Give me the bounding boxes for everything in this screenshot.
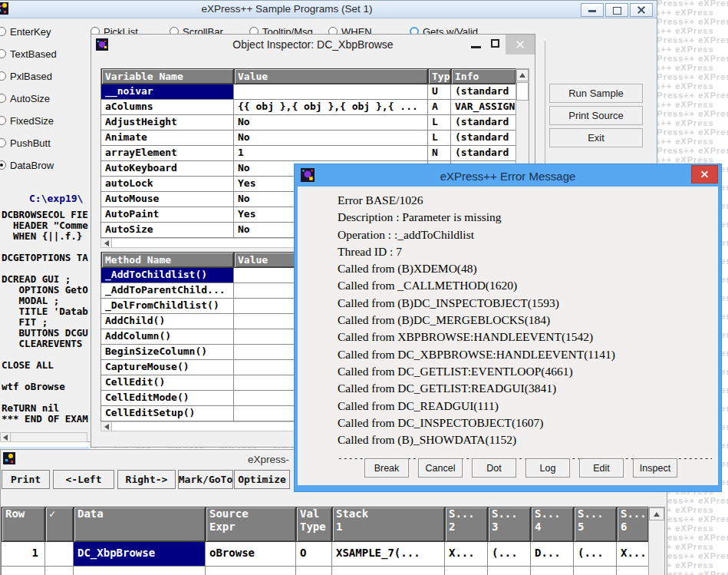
break-button[interactable]: Break xyxy=(364,458,409,478)
watch-cell[interactable] xyxy=(74,567,206,575)
cancel-button[interactable]: Cancel xyxy=(418,458,463,478)
dot-button[interactable]: Dot xyxy=(472,458,516,478)
right-button[interactable]: Right-> xyxy=(117,470,176,489)
method-name-cell[interactable]: _DelFromChildlist() xyxy=(101,299,234,314)
error-dialog-titlebar[interactable]: eXPress++ Error Message xyxy=(295,164,721,187)
scroll-left-button[interactable] xyxy=(101,422,112,431)
minimize-button[interactable] xyxy=(471,46,481,48)
variable-type-cell[interactable]: L xyxy=(428,115,451,131)
minimize-button[interactable] xyxy=(581,3,604,17)
watch-table-scrollbar[interactable] xyxy=(648,507,665,575)
watch-cell[interactable]: oBrowse xyxy=(206,542,296,567)
watch-cell[interactable] xyxy=(45,542,74,567)
watch-cell[interactable] xyxy=(45,567,74,575)
watch-cell[interactable]: (... xyxy=(574,542,617,567)
watch-cell[interactable] xyxy=(574,567,617,575)
watch-cell[interactable] xyxy=(488,567,531,575)
variable-name-cell[interactable]: AutoPaint xyxy=(101,207,234,223)
code-horizontal-scrollbar[interactable] xyxy=(0,432,87,442)
watch-cell[interactable]: X... xyxy=(445,542,488,567)
run-sample-button[interactable]: Run Sample xyxy=(549,84,643,103)
scrollbar-thumb[interactable] xyxy=(516,82,529,101)
column-header: Variable Name xyxy=(101,68,234,84)
variable-info-cell[interactable]: (standard xyxy=(451,115,516,131)
mark-goto-button[interactable]: Mark/GoTo xyxy=(178,470,233,489)
variable-name-cell[interactable]: aColumns xyxy=(101,100,234,115)
scroll-left-button[interactable] xyxy=(1,433,11,441)
variable-value-cell[interactable]: 1 xyxy=(234,146,428,161)
watch-cell[interactable] xyxy=(617,567,649,575)
close-button[interactable] xyxy=(691,165,718,183)
watch-cell[interactable] xyxy=(332,567,445,575)
variable-type-cell[interactable]: U xyxy=(428,84,451,100)
watch-cell[interactable] xyxy=(445,567,488,575)
maximize-button[interactable] xyxy=(605,3,628,17)
method-name-cell[interactable]: CellEditSetup() xyxy=(101,406,234,421)
watch-cell[interactable]: X... xyxy=(617,542,649,567)
method-name-cell[interactable]: _AddToChildlist() xyxy=(101,268,234,283)
watch-cell[interactable]: O xyxy=(296,542,332,567)
method-name-cell[interactable]: CaptureMouse() xyxy=(101,360,234,375)
variable-type-cell[interactable]: N xyxy=(428,146,451,161)
print-button[interactable]: Print xyxy=(2,470,50,489)
scroll-up-icon xyxy=(519,73,525,78)
watch-cell[interactable]: XSAMPLE_7(... xyxy=(332,542,445,567)
edit-button[interactable]: Edit xyxy=(579,458,624,478)
variable-info-cell[interactable]: (standard xyxy=(451,131,516,146)
variable-value-cell[interactable]: No xyxy=(234,131,428,146)
column-header: ✓ xyxy=(45,507,74,542)
radio-circle-icon xyxy=(0,94,6,103)
variable-name-cell[interactable]: AutoSize xyxy=(101,223,234,238)
watch-cell[interactable] xyxy=(2,567,45,575)
variable-value-cell[interactable]: No xyxy=(234,115,428,131)
main-titlebar[interactable]: eXPress++ Sample Programs (Set 1) xyxy=(0,1,657,18)
header-line-2: Type xyxy=(297,520,331,534)
watch-cell[interactable]: DC_XbpBrowse xyxy=(74,542,206,567)
method-name-cell[interactable]: AddColumn() xyxy=(101,329,234,345)
variable-name-cell[interactable]: AutoKeyboard xyxy=(101,161,234,177)
variable-info-cell[interactable]: (standard xyxy=(451,146,516,161)
method-name-cell[interactable]: CellEdit() xyxy=(101,375,234,391)
print-source-button[interactable]: Print Source xyxy=(549,106,643,125)
variable-name-cell[interactable]: AdjustHeight xyxy=(101,115,234,131)
close-button[interactable] xyxy=(630,3,653,17)
variable-name-cell[interactable]: AutoMouse xyxy=(101,192,234,207)
variable-info-cell[interactable]: VAR_ASSIGN xyxy=(451,100,516,115)
inspect-button[interactable]: Inspect xyxy=(633,458,677,478)
header-line-1: Val xyxy=(297,507,331,520)
method-name-cell[interactable]: AddChild() xyxy=(101,314,234,329)
variable-value-cell[interactable]: {{ obj },{ obj },{ obj },{ ... xyxy=(234,100,428,115)
method-name-cell[interactable]: CellEditMode() xyxy=(101,391,234,406)
scroll-up-button[interactable] xyxy=(649,507,664,520)
method-name-cell[interactable]: BeginSizeColumn() xyxy=(101,345,234,360)
radio-circle-icon xyxy=(0,27,6,36)
watch-cell[interactable]: (... xyxy=(488,542,531,567)
scroll-left-button[interactable] xyxy=(101,239,112,247)
variable-info-cell[interactable]: (standard xyxy=(451,84,516,100)
watch-cell[interactable] xyxy=(296,567,332,575)
scroll-up-button[interactable] xyxy=(516,69,529,81)
close-button[interactable] xyxy=(506,35,535,55)
variable-value-cell[interactable] xyxy=(234,84,428,100)
method-name-cell[interactable]: _AddToParentChild... xyxy=(101,283,234,299)
inspector-titlebar[interactable]: Object Inspector: DC_XbpBrowse xyxy=(91,35,535,55)
watch-cell[interactable] xyxy=(531,567,574,575)
error-dialog-body: Error BASE/1026Description : Parameter i… xyxy=(298,187,718,485)
variable-name-cell[interactable]: __noivar xyxy=(101,84,234,100)
variable-name-cell[interactable]: arrayElement xyxy=(101,146,234,161)
variable-type-cell[interactable]: L xyxy=(428,131,451,146)
column-header: Method Name xyxy=(101,252,234,268)
variable-name-cell[interactable]: autoLock xyxy=(101,177,234,192)
maximize-button[interactable] xyxy=(491,39,499,48)
watch-cell[interactable]: D... xyxy=(531,542,574,567)
header-line-1: ✓ xyxy=(46,507,73,520)
log-button[interactable]: Log xyxy=(525,458,570,478)
optimize-button[interactable]: Optimize xyxy=(234,470,290,489)
watch-cell[interactable]: 1 xyxy=(2,542,45,567)
left-button[interactable]: <-Left xyxy=(53,470,114,489)
exit-button[interactable]: Exit xyxy=(549,128,643,147)
error-message-line: Called from (B)_SHOWDATA(1152) xyxy=(338,431,710,448)
variable-name-cell[interactable]: Animate xyxy=(101,131,234,146)
watch-cell[interactable] xyxy=(206,567,296,575)
variable-type-cell[interactable]: A xyxy=(428,100,451,115)
